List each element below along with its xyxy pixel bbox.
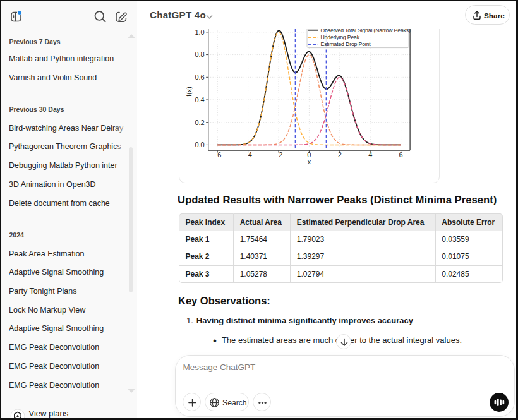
svg-text:Underlying Peak: Underlying Peak xyxy=(321,34,360,40)
svg-text:x: x xyxy=(308,158,311,165)
svg-text:0.0: 0.0 xyxy=(195,141,204,148)
svg-text:1.0: 1.0 xyxy=(195,28,204,36)
svg-text:6: 6 xyxy=(399,151,403,159)
svg-text:Estimated Drop Point: Estimated Drop Point xyxy=(321,41,371,47)
svg-text:4: 4 xyxy=(368,151,372,159)
svg-text:−2: −2 xyxy=(275,151,283,159)
svg-text:Observed Total Signal (Narrow: Observed Total Signal (Narrow Peaks) xyxy=(321,28,411,33)
svg-text:0.6: 0.6 xyxy=(195,73,204,81)
svg-text:−4: −4 xyxy=(244,151,252,159)
svg-text:0.4: 0.4 xyxy=(195,96,204,104)
svg-text:−6: −6 xyxy=(214,151,222,159)
svg-text:2: 2 xyxy=(338,151,342,159)
svg-text:0.2: 0.2 xyxy=(195,119,204,126)
svg-text:0.8: 0.8 xyxy=(195,51,204,58)
svg-text:f(x): f(x) xyxy=(185,87,193,97)
